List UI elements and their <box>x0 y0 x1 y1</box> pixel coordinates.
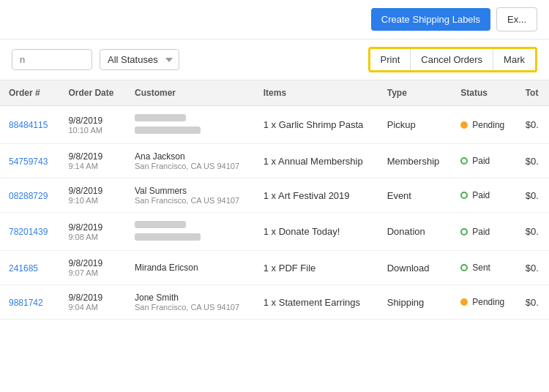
export-button[interactable]: Ex... <box>496 7 537 31</box>
order-id-cell: 88484115 <box>0 106 59 144</box>
order-date-cell: 9/8/20199:07 AM <box>59 251 126 285</box>
table-row[interactable]: 884841159/8/201910:10 AM1 x Garlic Shrim… <box>0 106 549 144</box>
customer-cell <box>126 106 255 144</box>
total-cell: $0. <box>517 178 549 213</box>
status-filter[interactable]: All Statuses <box>100 49 179 70</box>
status-cell: Paid <box>452 178 516 213</box>
status-label: Paid <box>472 190 490 200</box>
filter-bar: All Statuses Print Cancel Orders Mark <box>0 39 549 80</box>
customer-cell: Jone SmithSan Francisco, CA US 94107 <box>126 285 255 320</box>
status-dot <box>460 157 468 165</box>
col-order-date: Order Date <box>59 80 126 106</box>
status-label: Pending <box>472 297 504 307</box>
total-cell: $0. <box>517 144 549 178</box>
type-cell: Event <box>378 178 452 213</box>
items-cell: 1 x Statement Earrings <box>255 285 378 320</box>
order-date-cell: 9/8/20199:08 AM <box>59 213 126 251</box>
order-id-cell: 78201439 <box>0 213 59 251</box>
customer-cell: Val SummersSan Francisco, CA US 94107 <box>126 178 255 213</box>
order-id-cell: 241685 <box>0 251 59 285</box>
items-cell: 1 x PDF File <box>255 251 378 285</box>
order-date-cell: 9/8/20199:10 AM <box>59 178 126 213</box>
cancel-orders-button[interactable]: Cancel Orders <box>411 49 493 70</box>
total-cell: $0. <box>517 106 549 144</box>
table-row[interactable]: 98817429/8/20199:04 AMJone SmithSan Fran… <box>0 285 549 320</box>
items-cell: 1 x Garlic Shrimp Pasta <box>255 106 378 144</box>
customer-cell <box>126 213 255 251</box>
status-label: Paid <box>472 227 490 237</box>
status-cell: Pending <box>452 285 516 320</box>
top-bar: Create Shipping Labels Ex... <box>0 0 549 39</box>
order-id-cell: 54759743 <box>0 144 59 178</box>
type-cell: Download <box>378 251 452 285</box>
col-total: Tot <box>517 80 549 106</box>
total-cell: $0. <box>517 213 549 251</box>
table-header-row: Order # Order Date Customer Items Type S… <box>0 80 549 106</box>
customer-cell: Miranda Ericson <box>126 251 255 285</box>
items-cell: 1 x Art Festival 2019 <box>255 178 378 213</box>
create-shipping-button[interactable]: Create Shipping Labels <box>371 8 490 31</box>
type-cell: Shipping <box>378 285 452 320</box>
order-date-cell: 9/8/20199:14 AM <box>59 144 126 178</box>
status-dot <box>460 228 468 235</box>
table-row[interactable]: 547597439/8/20199:14 AMAna JacksonSan Fr… <box>0 144 549 178</box>
col-customer: Customer <box>126 80 255 106</box>
print-button[interactable]: Print <box>370 49 411 70</box>
type-cell: Donation <box>378 213 452 251</box>
status-cell: Pending <box>452 106 516 144</box>
table-row[interactable]: 082887299/8/20199:10 AMVal SummersSan Fr… <box>0 178 549 213</box>
type-cell: Membership <box>378 144 452 178</box>
mark-button[interactable]: Mark <box>493 49 535 70</box>
order-id-cell: 08288729 <box>0 178 59 213</box>
status-label: Pending <box>472 120 504 130</box>
status-dot <box>460 264 468 271</box>
status-cell: Paid <box>452 213 516 251</box>
col-type: Type <box>378 80 452 106</box>
status-dot <box>460 298 468 306</box>
table-row[interactable]: 782014399/8/20199:08 AM1 x Donate Today!… <box>0 213 549 251</box>
customer-cell: Ana JacksonSan Francisco, CA US 94107 <box>126 144 255 178</box>
total-cell: $0. <box>517 251 549 285</box>
order-id-cell: 9881742 <box>0 285 59 320</box>
status-cell: Paid <box>452 144 516 178</box>
order-date-cell: 9/8/20199:04 AM <box>59 285 126 320</box>
status-dot <box>460 192 468 199</box>
table-row[interactable]: 2416859/8/20199:07 AMMiranda Ericson1 x … <box>0 251 549 285</box>
order-date-cell: 9/8/201910:10 AM <box>59 106 126 144</box>
col-items: Items <box>255 80 378 106</box>
search-input[interactable] <box>12 49 92 70</box>
status-label: Sent <box>472 263 490 273</box>
items-cell: 1 x Annual Membership <box>255 144 378 178</box>
status-label: Paid <box>472 156 490 166</box>
status-dot <box>460 121 468 129</box>
type-cell: Pickup <box>378 106 452 144</box>
orders-table: Order # Order Date Customer Items Type S… <box>0 80 549 320</box>
total-cell: $0. <box>517 285 549 320</box>
action-buttons-group: Print Cancel Orders Mark <box>368 47 537 72</box>
items-cell: 1 x Donate Today! <box>255 213 378 251</box>
col-order-id: Order # <box>0 80 59 106</box>
col-status: Status <box>452 80 516 106</box>
status-cell: Sent <box>452 251 516 285</box>
